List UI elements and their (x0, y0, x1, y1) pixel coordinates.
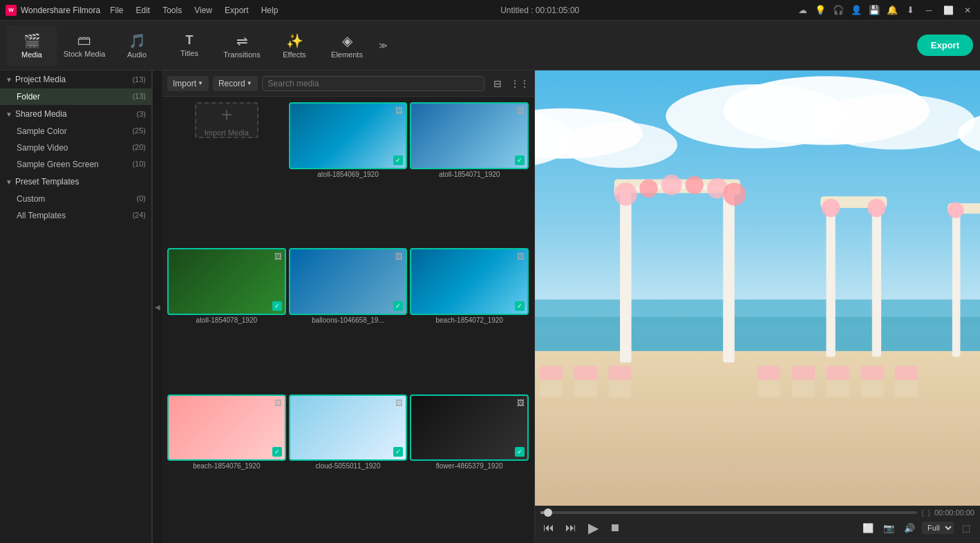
selected-check: ✓ (393, 301, 403, 311)
project-media-label: Project Media (15, 75, 66, 84)
svg-rect-39 (540, 380, 563, 397)
close-button[interactable]: ✕ (961, 3, 974, 17)
project-media-header[interactable]: ▼ Project Media (13) (0, 70, 151, 88)
media-item[interactable]: 🖼 ✓ cloud-5055011_1920 (289, 394, 408, 537)
svg-rect-45 (860, 380, 883, 397)
all-templates-label: All Templates (17, 211, 66, 220)
tool-audio[interactable]: 🎵 Audio (112, 25, 162, 66)
progress-bar[interactable] (540, 511, 917, 514)
import-drop-zone[interactable]: + Import Media (195, 102, 258, 138)
more-options-button[interactable]: ⬚ (958, 520, 974, 536)
progress-knob[interactable] (544, 508, 552, 517)
bulb-icon[interactable]: 💡 (814, 4, 827, 17)
tool-transitions[interactable]: ⇌ Transitions (217, 25, 267, 66)
quality-select[interactable]: Full 1/2 1/4 (922, 522, 954, 534)
shared-media-header[interactable]: ▼ Shared Media (3) (0, 105, 151, 123)
media-item[interactable]: 🖼 ✓ beach-1854072_1920 (410, 248, 529, 391)
import-placeholder[interactable]: + Import Media (167, 102, 286, 245)
media-item[interactable]: 🖼 ✓ atoll-1854069_1920 (289, 102, 408, 245)
cloud-icon[interactable]: ☁ (796, 4, 809, 17)
media-name: cloud-5055011_1920 (289, 462, 408, 470)
media-item[interactable]: 🖼 ✓ beach-1854076_1920 (167, 394, 286, 537)
image-icon: 🖼 (274, 252, 282, 260)
folder-label: Folder (17, 92, 40, 102)
media-thumb[interactable]: 🖼 ✓ (289, 394, 408, 461)
restore-button[interactable]: ⬜ (941, 3, 955, 17)
import-dropdown-icon: ▼ (198, 80, 203, 86)
svg-rect-56 (895, 366, 918, 380)
search-input[interactable] (262, 76, 484, 91)
app-name: Wondershare Filmora (21, 6, 100, 15)
download-icon[interactable]: ⬇ (904, 4, 916, 17)
tool-media[interactable]: 🎬 Media (7, 25, 57, 66)
view-options-button[interactable]: ⋮⋮ (511, 75, 529, 93)
filter-button[interactable]: ⊟ (489, 75, 507, 93)
menu-edit[interactable]: Edit (131, 4, 156, 17)
media-item[interactable]: 🖼 ✓ atoll-1854078_1920 (167, 248, 286, 391)
sidebar-item-folder[interactable]: Folder (13) (0, 88, 151, 105)
media-thumb[interactable]: 🖼 ✓ (289, 102, 408, 169)
sidebar-item-all-templates[interactable]: All Templates (24) (0, 207, 151, 224)
skip-back-button[interactable]: ⏮ (540, 520, 557, 536)
playback-right: ⬜ 📷 🔊 Full 1/2 1/4 ⬚ (860, 520, 974, 536)
sidebar-collapse-button[interactable]: ◀ (152, 70, 162, 543)
stop-button[interactable]: ⏹ (607, 520, 623, 536)
step-back-button[interactable]: ⏭ (563, 520, 579, 536)
tool-stock-media-label: Stock Media (64, 50, 106, 58)
menu-view[interactable]: View (189, 4, 218, 17)
media-thumb[interactable]: 🖼 ✓ (410, 102, 529, 169)
svg-rect-40 (574, 380, 597, 397)
selected-check: ✓ (272, 447, 282, 457)
svg-rect-28 (872, 202, 881, 357)
media-thumb[interactable]: 🖼 ✓ (410, 394, 529, 461)
media-name: atoll-1854069_1920 (289, 171, 408, 178)
left-panel: ▼ Project Media (13) Folder (13) ▼ Share… (0, 70, 152, 543)
svg-rect-43 (792, 380, 815, 397)
media-name: balloons-1046658_19... (289, 316, 408, 324)
sidebar-item-sample-video[interactable]: Sample Video (20) (0, 140, 151, 156)
tool-stock-media[interactable]: 🗃 Stock Media (59, 25, 109, 66)
sidebar-item-custom[interactable]: Custom (0) (0, 191, 151, 207)
sidebar-item-sample-color[interactable]: Sample Color (25) (0, 123, 151, 140)
media-item[interactable]: 🖼 ✓ balloons-1046658_19... (289, 248, 408, 391)
svg-point-23 (661, 175, 682, 196)
export-button[interactable]: Export (917, 35, 973, 56)
bell-icon[interactable]: 🔔 (886, 4, 898, 17)
media-thumb[interactable]: 🖼 ✓ (167, 394, 286, 461)
sample-color-label: Sample Color (17, 126, 67, 136)
tool-audio-label: Audio (127, 50, 147, 59)
record-label: Record (218, 79, 245, 88)
headset-icon[interactable]: 🎧 (832, 4, 845, 17)
volume-button[interactable]: 🔊 (901, 520, 918, 536)
svg-rect-54 (826, 366, 849, 380)
more-tools-button[interactable]: ≫ (375, 37, 391, 54)
play-button[interactable]: ▶ (585, 520, 601, 536)
menu-file[interactable]: File (104, 4, 129, 17)
preset-templates-header[interactable]: ▼ Preset Templates (0, 173, 151, 191)
menu-tools[interactable]: Tools (157, 4, 187, 17)
minimize-button[interactable]: ─ (922, 3, 936, 17)
snapshot-button[interactable]: 📷 (880, 520, 897, 536)
custom-label: Custom (17, 194, 45, 204)
tool-effects[interactable]: ✨ Effects (270, 25, 319, 66)
tool-elements[interactable]: ◈ Elements (322, 25, 372, 66)
svg-rect-32 (952, 208, 961, 357)
media-item[interactable]: 🖼 ✓ flower-4865379_1920 (410, 394, 529, 537)
fullscreen-button[interactable]: ⬜ (860, 520, 876, 536)
menu-export[interactable]: Export (219, 4, 254, 17)
menu-help[interactable]: Help (256, 4, 284, 17)
media-item[interactable]: 🖼 ✓ atoll-1854071_1920 (410, 102, 529, 245)
save-icon[interactable]: 💾 (868, 4, 880, 17)
playback-controls: ⏮ ⏭ ▶ ⏹ ⬜ 📷 🔊 Full 1/2 1/4 ⬚ (540, 520, 974, 536)
svg-rect-51 (608, 366, 631, 380)
tool-titles[interactable]: T Titles (164, 25, 214, 66)
media-thumb[interactable]: 🖼 ✓ (167, 248, 286, 315)
import-button[interactable]: Import ▼ (167, 76, 209, 91)
user-icon[interactable]: 👤 (850, 4, 863, 17)
media-thumb[interactable]: 🖼 ✓ (289, 248, 408, 315)
project-media-chevron: ▼ (6, 76, 12, 84)
record-button[interactable]: Record ▼ (213, 76, 258, 91)
media-thumb[interactable]: 🖼 ✓ (410, 248, 529, 315)
all-templates-count: (24) (132, 211, 146, 220)
sidebar-item-sample-green[interactable]: Sample Green Screen (10) (0, 156, 151, 173)
